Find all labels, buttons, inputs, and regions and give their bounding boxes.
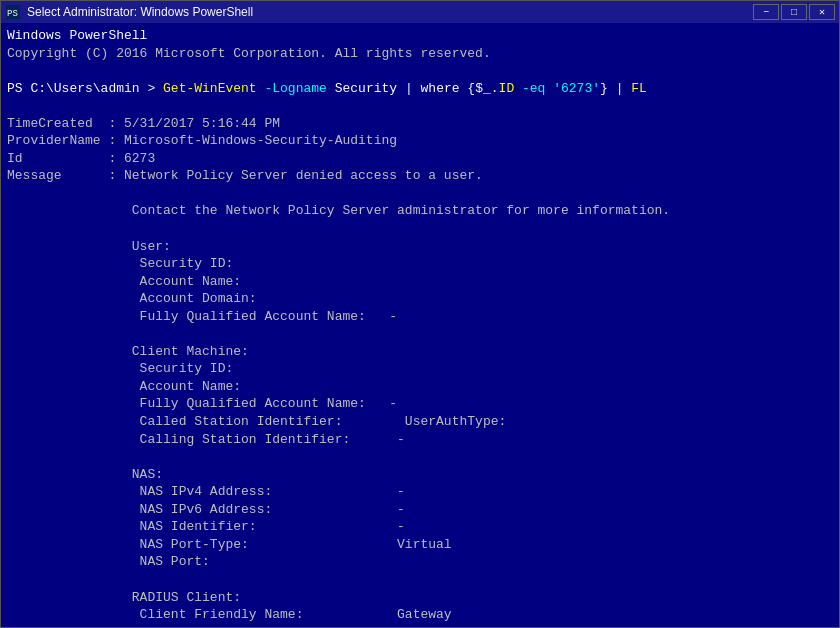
line-nas-port: NAS Port: (7, 553, 833, 571)
close-button[interactable]: ✕ (809, 4, 835, 20)
title-bar: PS Select Administrator: Windows PowerSh… (1, 1, 839, 23)
console-prompt-line: PS C:\Users\admin > Get-WinEvent -Lognam… (7, 80, 833, 98)
prompt-where: where (421, 81, 460, 96)
line-contact: Contact the Network Policy Server admini… (7, 202, 833, 220)
line-cm-security-id: Security ID: (7, 360, 833, 378)
console-blank-1 (7, 62, 833, 80)
console-blank-6 (7, 448, 833, 466)
prompt-path: PS C:\Users\admin (7, 81, 140, 96)
line-called-station: Called Station Identifier: UserAuthType: (7, 413, 833, 431)
prompt-cmd1: Get-WinEvent (163, 81, 257, 96)
prompt-pipe1: | (397, 81, 420, 96)
minimize-button[interactable]: − (753, 4, 779, 20)
prompt-arrow: > (140, 81, 163, 96)
powershell-icon: PS (5, 4, 21, 20)
console-blank-5 (7, 325, 833, 343)
window-controls: − □ ✕ (753, 4, 835, 20)
window-title: Select Administrator: Windows PowerShell (27, 5, 253, 19)
line-nas-ipv6: NAS IPv6 Address: - (7, 501, 833, 519)
line-client-friendly-name: Client Friendly Name: Gateway (7, 606, 833, 624)
line-nas-port-type: NAS Port-Type: Virtual (7, 536, 833, 554)
prompt-fl: FL (631, 81, 647, 96)
prompt-brace1: {$_. (467, 81, 498, 96)
line-security-id: Security ID: (7, 255, 833, 273)
line-cm-account-name: Account Name: (7, 378, 833, 396)
line-user: User: (7, 238, 833, 256)
line-account-name: Account Name: (7, 273, 833, 291)
line-client-machine: Client Machine: (7, 343, 833, 361)
console-line-2: Copyright (C) 2016 Microsoft Corporation… (7, 45, 833, 63)
line-fqan: Fully Qualified Account Name: - (7, 308, 833, 326)
line-timecreated: TimeCreated : 5/31/2017 5:16:44 PM (7, 115, 833, 133)
powershell-window: PS Select Administrator: Windows PowerSh… (0, 0, 840, 628)
console-output[interactable]: Windows PowerShell Copyright (C) 2016 Mi… (1, 23, 839, 627)
console-line-1: Windows PowerShell (7, 27, 833, 45)
console-blank-2 (7, 97, 833, 115)
prompt-pipe2: | (608, 81, 631, 96)
prompt-val: '6273' (553, 81, 600, 96)
prompt-space2 (327, 81, 335, 96)
console-blank-4 (7, 220, 833, 238)
line-calling-station: Calling Station Identifier: - (7, 431, 833, 449)
line-nas: NAS: (7, 466, 833, 484)
title-bar-left: PS Select Administrator: Windows PowerSh… (5, 4, 253, 20)
prompt-brace2: } (600, 81, 608, 96)
line-cm-fqan: Fully Qualified Account Name: - (7, 395, 833, 413)
console-blank-3 (7, 185, 833, 203)
prompt-op: -eq (514, 81, 545, 96)
prompt-prop-id: ID (499, 81, 515, 96)
line-message: Message : Network Policy Server denied a… (7, 167, 833, 185)
line-client-ip: Client IP Address: (7, 624, 833, 627)
prompt-arg-security: Security (335, 81, 397, 96)
line-account-domain: Account Domain: (7, 290, 833, 308)
svg-text:PS: PS (7, 9, 18, 19)
line-radius: RADIUS Client: (7, 589, 833, 607)
console-blank-7 (7, 571, 833, 589)
line-nas-identifier: NAS Identifier: - (7, 518, 833, 536)
prompt-flag1: -Logname (264, 81, 326, 96)
line-providername: ProviderName : Microsoft-Windows-Securit… (7, 132, 833, 150)
line-nas-ipv4: NAS IPv4 Address: - (7, 483, 833, 501)
line-id: Id : 6273 (7, 150, 833, 168)
maximize-button[interactable]: □ (781, 4, 807, 20)
